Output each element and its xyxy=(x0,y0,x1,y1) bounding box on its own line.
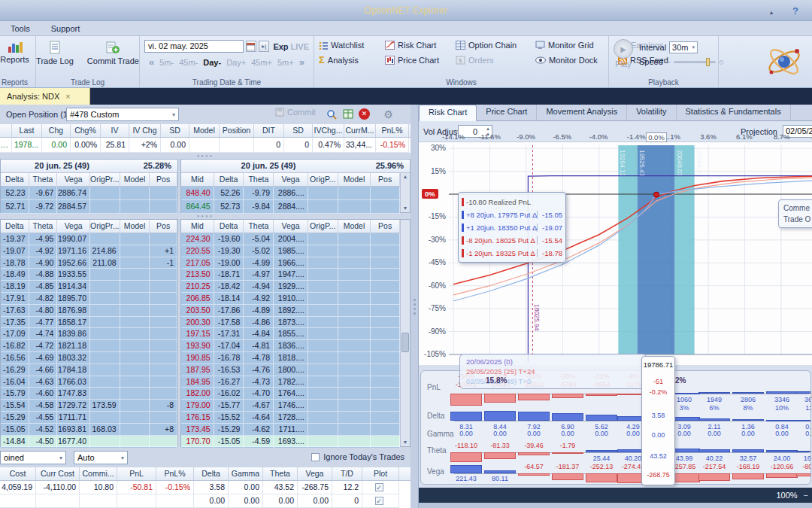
zoom-out-icon[interactable]: − xyxy=(804,491,808,500)
option-row[interactable]: 220.55-19.30-5.021985.... xyxy=(181,245,400,257)
column-header[interactable]: CurrM... xyxy=(344,124,376,137)
column-header[interactable]: Model xyxy=(338,220,371,233)
step-back-icon[interactable]: « xyxy=(149,56,154,68)
export-grid-icon[interactable] xyxy=(341,108,354,120)
column-header[interactable]: Model xyxy=(120,220,150,233)
column-header[interactable]: Pos xyxy=(150,173,177,186)
column-header[interactable]: T/D xyxy=(332,467,362,480)
section-grip[interactable]: ●●●● xyxy=(0,154,411,158)
option-chain-button[interactable]: Option Chain xyxy=(456,41,535,50)
step-day-minus[interactable]: Day- xyxy=(203,58,221,67)
column-header[interactable]: OrigPr... xyxy=(90,173,120,186)
option-row[interactable]: -14.84-4.501677.40 xyxy=(1,436,177,448)
column-header[interactable]: Delta xyxy=(214,173,244,186)
column-header[interactable]: Pos xyxy=(371,173,400,186)
column-header[interactable]: Theta xyxy=(244,220,274,233)
column-header[interactable]: Model xyxy=(189,124,220,137)
menu-tools[interactable]: Tools xyxy=(0,24,41,33)
column-header[interactable]: Model xyxy=(338,173,371,186)
commit-trade-button[interactable]: Commit Trade xyxy=(83,38,144,77)
column-header[interactable]: IV xyxy=(101,124,129,137)
column-header[interactable]: Mid xyxy=(181,220,214,233)
column-header[interactable]: IV Chg xyxy=(129,124,161,137)
option-row[interactable]: -17.63-4.801876.98 xyxy=(1,305,177,317)
option-row[interactable]: 184.95-16.27-4.731782.... xyxy=(181,376,400,388)
step-45m-plus[interactable]: 45m+ xyxy=(251,58,272,67)
option-row[interactable]: 173.45-15.29-4.621711.... xyxy=(181,424,400,436)
column-header[interactable]: Last xyxy=(12,124,42,137)
step-45m-minus[interactable]: 45m- xyxy=(179,58,198,67)
column-header[interactable]: Delta xyxy=(1,173,29,186)
option-row[interactable]: -16.56-4.691803.32 xyxy=(1,352,177,364)
column-header[interactable]: Delta xyxy=(194,467,229,480)
option-row[interactable]: -19.07-4.921971.16214.86+1 xyxy=(1,245,177,257)
calls-scrollbar[interactable]: ▲▼ xyxy=(400,173,410,212)
risk-chart-area[interactable]: 19264.1219525.4120040.0120309.3018025.94… xyxy=(419,142,812,365)
option-row[interactable]: -16.82-4.721821.18 xyxy=(1,340,177,352)
column-header[interactable]: Pos xyxy=(371,220,400,233)
panel-splitter[interactable] xyxy=(411,105,418,508)
option-row[interactable]: -19.37-4.951990.07 xyxy=(1,233,177,245)
option-row[interactable]: -15.54-4.581729.72173.59-8 xyxy=(1,400,177,412)
plot-checkbox[interactable]: ✓ xyxy=(375,483,383,491)
option-row[interactable]: -15.79-4.601747.83 xyxy=(1,388,177,400)
reports-button[interactable]: Reports xyxy=(0,38,31,65)
option-row[interactable]: -18.49-4.881933.55 xyxy=(1,269,177,281)
strategy-select[interactable]: #478 Custom▾ xyxy=(66,108,179,121)
column-header[interactable]: IVChg... xyxy=(313,124,344,137)
option-row[interactable]: -17.35-4.771858.17 xyxy=(1,317,177,329)
option-row[interactable]: 170.70-15.05-4.591693.... xyxy=(181,436,400,448)
tab-analysis-ndx[interactable]: Analysis: NDX × xyxy=(0,88,90,105)
expiry-header[interactable]: 20 jun. 25 (49) 25.28% xyxy=(1,160,177,173)
column-header[interactable]: Mid xyxy=(181,173,214,186)
column-header[interactable]: Chg xyxy=(42,124,71,137)
column-header[interactable]: Vega xyxy=(57,220,90,233)
option-row[interactable]: 213.50-18.71-4.971947.... xyxy=(181,269,400,281)
watchlist-button[interactable]: Watchlist xyxy=(319,41,385,50)
monitor-dock-button[interactable]: Monitor Dock xyxy=(535,54,618,65)
option-row[interactable]: 224.30-19.60-5.042004.... xyxy=(181,233,400,245)
option-row[interactable]: 217.05-19.00-4.991966.... xyxy=(181,257,400,269)
speed-slider[interactable] xyxy=(674,61,716,63)
calendar-icon[interactable] xyxy=(246,41,256,52)
column-header[interactable]: Vega xyxy=(274,220,308,233)
option-row[interactable]: 206.85-18.14-4.921910.... xyxy=(181,293,400,305)
option-row[interactable]: -18.78-4.901952.66211.08-1 xyxy=(1,257,177,269)
column-header[interactable]: Gamma xyxy=(229,467,263,480)
column-header[interactable]: Delta xyxy=(214,220,244,233)
commit-button[interactable]: Commit xyxy=(275,108,316,117)
close-position-icon[interactable]: ✕ xyxy=(358,108,371,120)
menu-support[interactable]: Support xyxy=(41,24,91,33)
column-header[interactable]: Model xyxy=(120,173,150,186)
comment-tooltip[interactable]: Comme Trade O xyxy=(778,199,812,228)
column-header[interactable]: Theta xyxy=(263,467,298,480)
column-header[interactable]: Vega xyxy=(274,173,308,186)
column-header[interactable] xyxy=(0,124,12,137)
column-header[interactable]: OrigP... xyxy=(308,220,338,233)
column-header[interactable]: PnL% xyxy=(376,124,409,137)
interval-select[interactable]: 30m▾ xyxy=(669,41,698,53)
combined-mode-select[interactable]: oined▾ xyxy=(0,451,66,464)
option-row[interactable]: -16.04-4.631766.03 xyxy=(1,376,177,388)
column-header[interactable]: SD xyxy=(161,124,189,137)
column-header[interactable]: Delta xyxy=(1,220,29,233)
auto-mode-select[interactable]: Auto▾ xyxy=(74,451,128,464)
option-row[interactable]: 197.15-17.31-4.841855.... xyxy=(181,328,400,340)
play-button[interactable]: ▶ Play xyxy=(614,38,633,77)
title-bar[interactable]: OptionNET Explorer ▴ ? xyxy=(0,0,812,21)
trading-date-input[interactable]: vi. 02 may. 2025 xyxy=(144,40,244,53)
column-header[interactable]: Theta xyxy=(29,220,58,233)
search-icon[interactable] xyxy=(325,108,338,120)
option-row[interactable]: 190.85-16.78-4.781818.... xyxy=(181,352,400,364)
orders-button[interactable]: $Orders xyxy=(456,54,535,65)
option-row[interactable]: 187.95-16.53-4.761800.... xyxy=(181,364,400,376)
column-header[interactable]: Cost xyxy=(0,467,36,480)
option-row[interactable]: 179.00-15.77-4.671746.... xyxy=(181,400,400,412)
option-row[interactable]: 182.00-16.02-4.701764.... xyxy=(181,388,400,400)
gear-icon[interactable]: ⚙ xyxy=(382,108,395,120)
column-header[interactable]: Vega xyxy=(57,173,90,186)
column-header[interactable]: SD xyxy=(284,124,313,137)
tab-close-icon[interactable]: × xyxy=(65,92,70,101)
column-header[interactable]: Pos xyxy=(150,220,177,233)
analysis-button[interactable]: ΣAnalysis xyxy=(319,54,385,65)
